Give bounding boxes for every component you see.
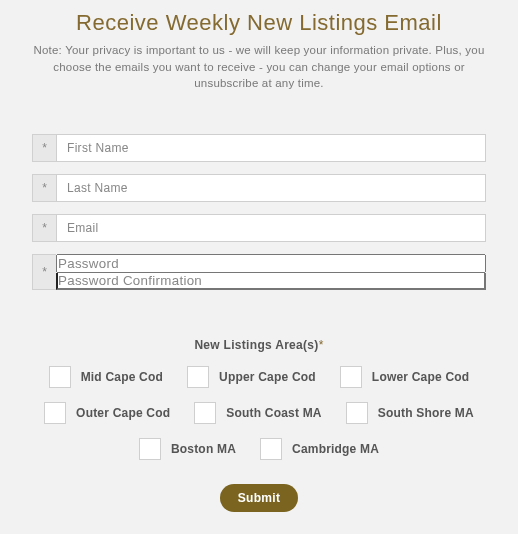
password-input[interactable] — [56, 254, 486, 273]
area-option: Upper Cape Cod — [187, 366, 316, 388]
area-label: Upper Cape Cod — [219, 370, 316, 384]
area-label: Mid Cape Cod — [81, 370, 163, 384]
area-label: Boston MA — [171, 442, 236, 456]
last-name-row: * — [32, 174, 486, 202]
area-label: Lower Cape Cod — [372, 370, 469, 384]
areas-checkbox-group: Mid Cape Cod Upper Cape Cod Lower Cape C… — [32, 366, 486, 460]
area-label: South Shore MA — [378, 406, 474, 420]
area-checkbox[interactable] — [194, 402, 216, 424]
area-checkbox[interactable] — [187, 366, 209, 388]
area-option: Boston MA — [139, 438, 236, 460]
area-option: South Coast MA — [194, 402, 321, 424]
area-option: Mid Cape Cod — [49, 366, 163, 388]
area-checkbox[interactable] — [340, 366, 362, 388]
submit-button[interactable]: Submit — [220, 484, 298, 512]
areas-heading: New Listings Area(s)* — [32, 338, 486, 352]
area-checkbox[interactable] — [44, 402, 66, 424]
area-checkbox[interactable] — [139, 438, 161, 460]
required-marker: * — [32, 214, 56, 242]
area-checkbox[interactable] — [49, 366, 71, 388]
first-name-input[interactable] — [56, 134, 486, 162]
last-name-input[interactable] — [56, 174, 486, 202]
area-option: Outer Cape Cod — [44, 402, 170, 424]
area-checkbox[interactable] — [346, 402, 368, 424]
password-confirmation-input[interactable] — [56, 273, 486, 290]
area-label: South Coast MA — [226, 406, 321, 420]
privacy-note: Note: Your privacy is important to us - … — [32, 42, 486, 92]
first-name-row: * — [32, 134, 486, 162]
area-label: Outer Cape Cod — [76, 406, 170, 420]
email-row: * — [32, 214, 486, 242]
area-label: Cambridge MA — [292, 442, 379, 456]
email-input[interactable] — [56, 214, 486, 242]
required-marker: * — [32, 254, 56, 290]
areas-required-marker: * — [319, 338, 324, 352]
page-title: Receive Weekly New Listings Email — [32, 10, 486, 36]
areas-heading-text: New Listings Area(s) — [194, 338, 318, 352]
required-marker: * — [32, 174, 56, 202]
password-row: * — [32, 254, 486, 290]
area-option: Lower Cape Cod — [340, 366, 469, 388]
area-option: South Shore MA — [346, 402, 474, 424]
area-checkbox[interactable] — [260, 438, 282, 460]
required-marker: * — [32, 134, 56, 162]
area-option: Cambridge MA — [260, 438, 379, 460]
